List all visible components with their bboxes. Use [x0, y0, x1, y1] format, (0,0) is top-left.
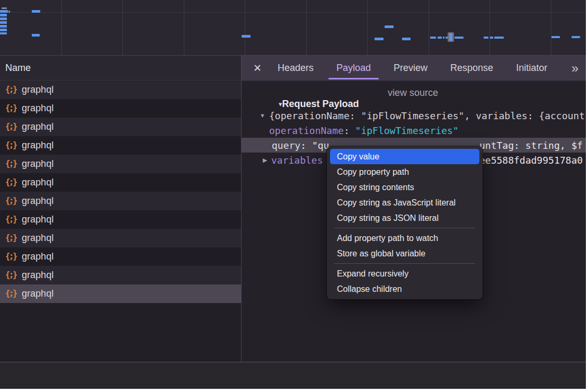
- section-title: Request Payload: [282, 99, 359, 109]
- request-name: graphql: [22, 158, 54, 170]
- key-separator: :: [300, 140, 312, 151]
- request-row[interactable]: {;}graphql: [0, 229, 241, 247]
- expander-down-icon[interactable]: ▼: [260, 112, 265, 119]
- request-name: graphql: [22, 103, 54, 114]
- request-row[interactable]: {;}graphql: [0, 155, 241, 173]
- property-value-string: "ipFlowTimeseries": [355, 125, 459, 136]
- overview-request-bar: [0, 25, 7, 28]
- tab-response[interactable]: Response: [450, 56, 493, 81]
- request-row[interactable]: {;}graphql: [0, 192, 241, 210]
- json-request-icon: {;}: [5, 122, 16, 131]
- property-value-right-fragment: ee5588fdad995178a0: [479, 155, 583, 166]
- json-request-icon: {;}: [5, 196, 16, 206]
- overview-request-bar: [32, 34, 40, 37]
- network-overview-timeline[interactable]: [0, 0, 586, 56]
- name-column-header[interactable]: Name: [0, 56, 241, 81]
- status-summary-bar: [0, 362, 586, 389]
- overview-request-bar: [0, 17, 7, 20]
- overview-request-bar: [551, 36, 560, 38]
- tabs-container: HeadersPayloadPreviewResponseInitiator: [278, 56, 570, 81]
- json-root-preview: {operationName: "ipFlowTimeseries", vari…: [269, 110, 585, 121]
- request-name: graphql: [22, 84, 54, 95]
- property-value-right-fragment: untTag: string, $f: [479, 140, 583, 151]
- overview-request-bar: [0, 32, 7, 34]
- overview-request-bar: [443, 37, 444, 39]
- key-separator: :: [344, 125, 355, 136]
- menu-item-collapse-children[interactable]: Collapse children: [330, 281, 479, 297]
- request-name: graphql: [22, 233, 54, 244]
- request-row[interactable]: {;}graphql: [0, 210, 241, 229]
- request-row[interactable]: {;}graphql: [0, 284, 241, 303]
- property-key: operationName: [269, 125, 344, 136]
- overview-gridline: [306, 0, 307, 55]
- json-request-icon: {;}: [5, 289, 16, 298]
- overview-request-bar: [438, 37, 442, 39]
- json-request-icon: {;}: [5, 103, 16, 113]
- overview-request-bar: [494, 37, 504, 39]
- request-name: graphql: [22, 121, 54, 132]
- tab-preview[interactable]: Preview: [394, 56, 427, 81]
- overview-request-bar: [0, 21, 7, 24]
- tab-headers[interactable]: Headers: [278, 56, 314, 81]
- property-key: query: [272, 140, 300, 151]
- menu-item-add-property-path-to-watch[interactable]: Add property path to watch: [330, 230, 479, 246]
- overview-selection-bar: [449, 33, 452, 41]
- devtools-window: Name {;}graphql{;}graphql{;}graphql{;}gr…: [0, 0, 586, 389]
- request-name: graphql: [22, 140, 54, 151]
- request-name: graphql: [22, 195, 54, 207]
- menu-item-copy-string-contents[interactable]: Copy string contents: [330, 180, 479, 195]
- request-payload-section-header: ▾Request Payload view source: [252, 87, 586, 100]
- json-request-icon: {;}: [5, 140, 16, 150]
- json-request-icon: {;}: [5, 270, 16, 280]
- more-tabs-icon[interactable]: »: [572, 61, 577, 76]
- tab-payload[interactable]: Payload: [336, 56, 371, 81]
- overview-gridline: [551, 0, 551, 55]
- overview-request-bar: [484, 37, 488, 39]
- context-menu: Copy valueCopy property pathCopy string …: [327, 146, 483, 299]
- expander-right-icon[interactable]: ▶: [263, 157, 267, 164]
- overview-divider-line: [0, 12, 586, 13]
- request-name: graphql: [22, 288, 54, 299]
- request-row[interactable]: {;}graphql: [0, 173, 241, 192]
- menu-item-copy-string-as-json-literal[interactable]: Copy string as JSON literal: [330, 210, 479, 226]
- overview-gridline: [184, 0, 184, 55]
- request-row[interactable]: {;}graphql: [0, 266, 241, 284]
- request-row[interactable]: {;}graphql: [0, 247, 241, 266]
- menu-separator: [334, 228, 475, 228]
- request-row[interactable]: {;}graphql: [0, 81, 241, 99]
- view-source-link[interactable]: view source: [388, 87, 438, 99]
- overview-request-bar: [455, 37, 464, 39]
- request-row[interactable]: {;}graphql: [0, 118, 241, 136]
- request-row[interactable]: {;}graphql: [0, 99, 241, 118]
- menu-item-copy-value[interactable]: Copy value: [330, 149, 479, 164]
- overview-request-bar: [242, 35, 251, 38]
- overview-gridline: [489, 0, 490, 55]
- overview-request-bar: [0, 29, 7, 31]
- menu-item-copy-string-as-javascript-literal[interactable]: Copy string as JavaScript literal: [330, 195, 479, 210]
- json-request-icon: {;}: [5, 233, 16, 243]
- close-icon[interactable]: ✕: [253, 62, 262, 74]
- json-root-row[interactable]: ▼ {operationName: "ipFlowTimeseries", va…: [242, 108, 586, 123]
- network-main-area: Name {;}graphql{;}graphql{;}graphql{;}gr…: [0, 56, 586, 362]
- menu-item-copy-property-path[interactable]: Copy property path: [330, 164, 479, 180]
- overview-request-bar: [32, 10, 40, 13]
- name-column-label: Name: [5, 63, 31, 74]
- menu-item-store-as-global-variable[interactable]: Store as global variable: [330, 246, 479, 261]
- request-row[interactable]: {;}graphql: [0, 136, 241, 155]
- overview-marker-bar: [2, 7, 7, 9]
- json-request-icon: {;}: [5, 177, 16, 187]
- tab-initiator[interactable]: Initiator: [516, 56, 547, 81]
- overview-request-bar: [0, 14, 7, 16]
- menu-separator: [334, 263, 475, 264]
- overview-request-bar: [430, 37, 436, 39]
- overview-gridline: [122, 0, 123, 55]
- menu-item-expand-recursively[interactable]: Expand recursively: [330, 266, 479, 281]
- json-row-operation-name[interactable]: operationName: "ipFlowTimeseries": [242, 123, 586, 138]
- overview-request-bar: [572, 36, 580, 38]
- json-request-icon: {;}: [5, 252, 16, 261]
- overview-request-bar: [402, 38, 411, 40]
- request-name: graphql: [22, 177, 54, 188]
- request-name: graphql: [22, 251, 54, 262]
- overview-request-bar: [490, 37, 493, 39]
- overview-gridline: [429, 0, 429, 55]
